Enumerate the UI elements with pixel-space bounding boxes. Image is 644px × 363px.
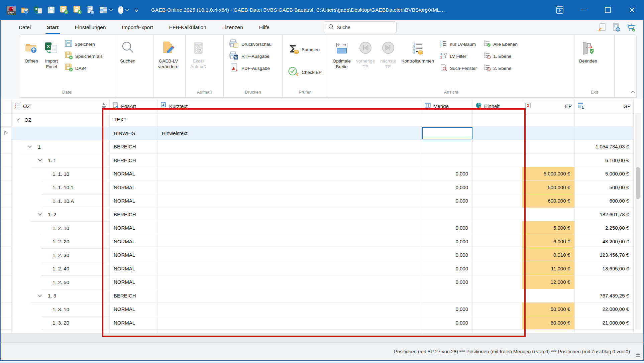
- cell-gp[interactable]: 500,00 €: [575, 181, 634, 195]
- table-row[interactable]: 1. 1. 10.ANORMAL0,000600,000 €600,00 €: [1, 194, 634, 208]
- table-row[interactable]: 1. 2. 10NORMAL0,0005,000 €2.250,00 €: [1, 221, 634, 235]
- cell-menge[interactable]: 0,000: [422, 316, 473, 330]
- tab-einstellungen[interactable]: Einstellungen: [67, 20, 114, 34]
- ribbon-button-da84[interactable]: DA84: [63, 62, 105, 74]
- column-header-menge[interactable]: Menge: [422, 100, 473, 113]
- print-document-button[interactable]: [87, 6, 95, 14]
- cell-posart[interactable]: BEREICH: [110, 208, 158, 222]
- cell-einheit[interactable]: [473, 154, 522, 167]
- cell-gp[interactable]: 123.456,78 €: [575, 248, 634, 262]
- cell-einheit[interactable]: [473, 221, 522, 235]
- cell-ep[interactable]: 600,000 €: [522, 194, 575, 208]
- table-row[interactable]: 1. 2. 40NORMAL0,00011,000 €13.695,00 €: [1, 262, 634, 276]
- cell-gp[interactable]: 13.695,00 €: [575, 262, 634, 276]
- cell-ep[interactable]: 5,000 €: [522, 221, 575, 235]
- cell-ep[interactable]: 11,000 €: [522, 262, 575, 276]
- table-row[interactable]: 1. 2BEREICH182.601,78 €: [1, 208, 634, 222]
- cell-oz[interactable]: 1. 1. 10: [12, 167, 110, 181]
- tab-efb-kalkulation[interactable]: EFB-Kalkulation: [161, 20, 214, 34]
- save-button[interactable]: [47, 6, 55, 14]
- cell-oz[interactable]: 1. 3. 20: [12, 316, 110, 330]
- column-header-kurztext[interactable]: AKurztext: [158, 100, 422, 113]
- cell-gp[interactable]: 21.000,00 €: [575, 316, 634, 330]
- cell-oz[interactable]: 1. 2. 50: [12, 275, 110, 289]
- cell-kurztext[interactable]: [158, 113, 422, 127]
- cell-einheit[interactable]: [473, 208, 522, 222]
- tab-start[interactable]: Start: [39, 20, 67, 34]
- cell-kurztext[interactable]: [158, 248, 422, 262]
- column-header-oz[interactable]: 123OZ: [12, 100, 110, 113]
- tab-hilfe[interactable]: Hilfe: [251, 20, 278, 34]
- cell-ep[interactable]: [522, 208, 575, 222]
- import-excel-button[interactable]: X: [34, 6, 42, 14]
- cell-ep[interactable]: [522, 140, 575, 154]
- cell-menge[interactable]: 0,000: [422, 221, 473, 235]
- close-button[interactable]: [620, 0, 644, 20]
- expand-chevron-icon[interactable]: [28, 145, 32, 148]
- expand-chevron-icon[interactable]: [16, 118, 20, 121]
- cell-ep[interactable]: 50,000 €: [522, 302, 575, 316]
- ribbon-button-beenden[interactable]: Beenden: [577, 37, 600, 65]
- web-help-button[interactable]: [612, 23, 621, 32]
- cell-gp[interactable]: [575, 113, 634, 127]
- cell-kurztext[interactable]: [158, 208, 422, 222]
- cell-kurztext[interactable]: Hinweistext: [158, 127, 422, 140]
- cell-menge[interactable]: [422, 289, 473, 303]
- tab-lizenzen[interactable]: Lizenzen: [214, 20, 251, 34]
- cell-menge[interactable]: [422, 127, 473, 140]
- cell-kurztext[interactable]: [158, 181, 422, 195]
- cell-menge[interactable]: 0,000: [422, 248, 473, 262]
- ribbon-button-suchen[interactable]: Suchen: [118, 37, 138, 65]
- cell-kurztext[interactable]: [158, 302, 422, 316]
- cell-ep[interactable]: 12,000 €: [522, 275, 575, 289]
- cell-einheit[interactable]: [473, 316, 522, 330]
- cell-ep[interactable]: 5.000,000 €: [522, 167, 575, 181]
- cell-oz[interactable]: 1. 3: [12, 289, 110, 303]
- cell-einheit[interactable]: [473, 289, 522, 303]
- ribbon-button-alle-ebenen[interactable]: Alle Ebenen: [481, 38, 520, 50]
- customize-qat-button[interactable]: [134, 8, 139, 12]
- cell-ep[interactable]: [522, 154, 575, 167]
- ribbon-button-optimale-breite[interactable]: Optimale Breite: [330, 37, 353, 71]
- cell-gp[interactable]: 2.250,00 €: [575, 221, 634, 235]
- cell-posart[interactable]: NORMAL: [110, 194, 158, 208]
- table-row[interactable]: OZTEXT: [1, 113, 634, 127]
- cell-posart[interactable]: NORMAL: [110, 316, 158, 330]
- tab-import-export[interactable]: Import/Export: [114, 20, 161, 34]
- cell-menge[interactable]: [422, 154, 473, 167]
- cell-oz[interactable]: 1. 2. 20: [12, 235, 110, 249]
- cell-gp[interactable]: [575, 127, 634, 140]
- cell-oz[interactable]: 1. 2. 10: [12, 221, 110, 235]
- cell-posart[interactable]: HINWEIS: [110, 127, 158, 140]
- cell-menge[interactable]: 0,000: [422, 181, 473, 195]
- save-as-button[interactable]: [60, 6, 69, 14]
- cell-kurztext[interactable]: [158, 275, 422, 289]
- minimize-button[interactable]: [572, 0, 596, 20]
- cell-ep[interactable]: [522, 113, 575, 127]
- ribbon-button-1-ebene[interactable]: 11. Ebene: [481, 50, 520, 62]
- tab-datei[interactable]: Datei: [11, 20, 39, 34]
- table-row[interactable]: 1. 1. 10.1NORMAL0,000500,000 €500,00 €: [1, 181, 634, 195]
- table-row[interactable]: 1. 1. 10NORMAL0,0005.000,000 €5.000,00 €: [1, 167, 634, 181]
- cell-einheit[interactable]: [473, 235, 522, 249]
- cell-posart[interactable]: NORMAL: [110, 302, 158, 316]
- scrollbar-thumb[interactable]: [636, 167, 640, 199]
- cell-oz[interactable]: [12, 127, 110, 140]
- cell-einheit[interactable]: [473, 167, 522, 181]
- cell-kurztext[interactable]: [158, 289, 422, 303]
- ribbon-button-pdf-ausgabe[interactable]: APDF-Ausgabe: [227, 62, 274, 74]
- ribbon-button-druckvorschau[interactable]: Druckvorschau: [227, 38, 274, 50]
- resize-grip[interactable]: [636, 354, 640, 358]
- expand-chevron-icon[interactable]: [38, 159, 42, 162]
- shop-button[interactable]: [626, 23, 635, 32]
- cell-menge[interactable]: 0,000: [422, 194, 473, 208]
- cell-einheit[interactable]: [473, 140, 522, 154]
- column-header-posart[interactable]: PosArt: [110, 100, 158, 113]
- cell-menge[interactable]: 0,000: [422, 167, 473, 181]
- column-header-gp[interactable]: ΣGP: [575, 100, 634, 113]
- cell-menge[interactable]: [422, 140, 473, 154]
- cell-kurztext[interactable]: [158, 167, 422, 181]
- mouse-settings-button[interactable]: [118, 6, 129, 14]
- cell-gp[interactable]: 5.000,00 €: [575, 167, 634, 181]
- search-input[interactable]: Suche: [324, 21, 397, 33]
